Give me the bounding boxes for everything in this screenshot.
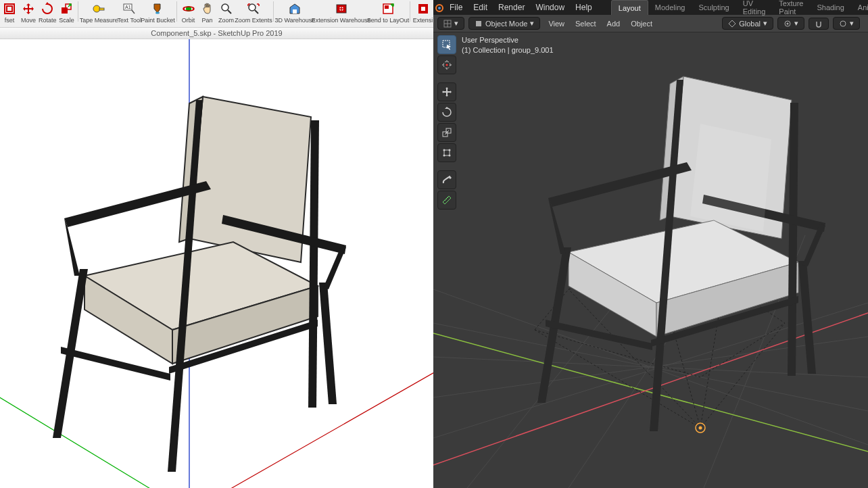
su-tool-pan[interactable]: Pan	[198, 1, 217, 24]
tab-sculpting[interactable]: Sculpting	[692, 0, 736, 15]
su-tool-zoom-ext[interactable]: Zoom Extents	[236, 1, 272, 24]
transform-icon	[441, 147, 452, 158]
svg-point-52	[443, 149, 445, 151]
chevron-down-icon: ▾	[763, 19, 767, 28]
blender-menubar: FileEditRenderWindowHelp LayoutModelingS…	[433, 0, 868, 15]
blender-viewport[interactable]	[433, 32, 868, 488]
tab-texture-paint[interactable]: Texture Paint	[772, 0, 810, 15]
svg-point-48	[446, 64, 448, 66]
su-tool-label: Move	[21, 17, 36, 24]
tab-uv-editing[interactable]: UV Editing	[736, 0, 773, 15]
su-tool-label: Paint Bucket	[141, 17, 175, 24]
orientation-selector[interactable]: Global ▾	[722, 17, 773, 30]
blender-logo-icon	[433, 2, 444, 13]
pivot-button[interactable]: ▾	[777, 17, 804, 30]
svg-text:A1: A1	[125, 5, 131, 9]
tool-measure[interactable]	[437, 191, 456, 210]
svg-rect-17	[385, 5, 389, 9]
move-icon	[21, 1, 36, 16]
su-tool-paint[interactable]: Paint Bucket	[141, 1, 174, 24]
su-tool-orbit[interactable]: Orbit	[179, 1, 198, 24]
svg-point-23	[438, 7, 441, 9]
header-view[interactable]: View	[544, 18, 569, 29]
su-tool-label: Text Tool	[118, 17, 141, 24]
su-tool-offset[interactable]: fset	[0, 1, 19, 24]
snap-button[interactable]	[809, 18, 829, 30]
svg-point-29	[787, 22, 789, 24]
su-tool-text[interactable]: A1Text Tool	[117, 1, 141, 24]
menu-help[interactable]: Help	[570, 3, 598, 12]
tab-animation[interactable]: Animation	[851, 0, 868, 15]
zoom-ext-icon	[246, 1, 261, 16]
tool-cursor[interactable]	[437, 55, 456, 74]
paint-icon	[150, 1, 165, 16]
cursor-icon	[441, 59, 452, 70]
su-tool-label: Send to LayOut	[367, 17, 410, 24]
su-tool-tape[interactable]: Tape Measure	[80, 1, 117, 24]
svg-rect-51	[444, 150, 450, 155]
tool-select-box[interactable]	[437, 35, 456, 54]
tool-move[interactable]	[437, 82, 456, 101]
spacer	[437, 164, 456, 169]
menu-window[interactable]: Window	[530, 3, 570, 12]
su-tool-scale[interactable]: Scale	[57, 1, 76, 24]
editor-type-button[interactable]: ▾	[437, 17, 464, 30]
su-tool-label: Tape Measure	[80, 17, 118, 24]
su-tool-move[interactable]: Move	[19, 1, 38, 24]
su-tool-label: Rotate	[39, 17, 57, 24]
svg-rect-13	[293, 9, 297, 14]
chevron-down-icon: ▾	[530, 19, 534, 28]
menu-file[interactable]: File	[444, 3, 468, 12]
header-object[interactable]: Object	[627, 18, 656, 29]
blender-toolbar	[437, 35, 456, 210]
rotate-icon	[441, 107, 452, 118]
header-add[interactable]: Add	[603, 18, 625, 29]
rotate-icon	[40, 1, 55, 16]
spacer	[437, 76, 456, 81]
tape-icon	[91, 1, 106, 16]
blender-pane: FileEditRenderWindowHelp LayoutModelingS…	[433, 0, 868, 488]
su-tool-label: Scale	[59, 17, 74, 24]
info-perspective: User Perspective	[462, 35, 554, 45]
tab-layout[interactable]: Layout	[611, 0, 648, 15]
su-tool-label: Zoom	[218, 17, 234, 24]
svg-rect-1	[7, 6, 12, 11]
su-tool-label: Pan	[202, 17, 213, 24]
separator	[273, 1, 274, 22]
svg-point-30	[840, 21, 846, 26]
layout-icon	[381, 1, 395, 16]
su-tool-layout[interactable]: Send to LayOut	[368, 1, 408, 24]
blender-header: ▾ Object Mode ▾ ViewSelectAddObject Glob…	[433, 15, 868, 32]
select-box-icon	[441, 39, 452, 50]
menu-render[interactable]: Render	[493, 3, 530, 12]
tab-shading[interactable]: Shading	[810, 0, 850, 15]
sketchup-viewport[interactable]	[0, 39, 433, 488]
header-select[interactable]: Select	[571, 18, 600, 29]
text-icon: A1	[122, 1, 137, 16]
sketchup-toolbar: fsetMoveRotateScaleTape MeasureA1Text To…	[0, 0, 433, 27]
su-tool-label: Extension Warehouse	[312, 17, 371, 24]
proportional-edit-button[interactable]: ▾	[833, 17, 860, 30]
annotate-icon	[441, 174, 452, 185]
menu-edit[interactable]: Edit	[468, 3, 493, 12]
tool-transform[interactable]	[437, 143, 456, 162]
svg-point-55	[449, 155, 451, 157]
su-tool-warehouse[interactable]: 3D Warehouse	[276, 1, 314, 24]
scale-icon	[441, 127, 452, 138]
svg-point-54	[443, 155, 445, 157]
ext-wh-icon	[334, 1, 349, 16]
su-tool-rotate[interactable]: Rotate	[38, 1, 57, 24]
su-tool-zoom[interactable]: Zoom	[217, 1, 236, 24]
tool-rotate[interactable]	[437, 103, 456, 122]
tab-modeling[interactable]: Modeling	[648, 0, 692, 15]
window-title: Component_5.skp - SketchUp Pro 2019	[151, 29, 282, 37]
su-tool-label: Extensi	[413, 17, 433, 24]
su-tool-ext-wh[interactable]: Extension Warehouse	[314, 1, 368, 24]
su-tool-ext[interactable]: Extensi	[412, 1, 433, 24]
mode-selector[interactable]: Object Mode ▾	[468, 17, 540, 30]
tool-annotate[interactable]	[437, 170, 456, 189]
offset-icon	[2, 1, 17, 16]
tool-scale[interactable]	[437, 123, 456, 142]
svg-point-8	[155, 12, 160, 14]
su-tool-label: Orbit	[182, 17, 195, 24]
